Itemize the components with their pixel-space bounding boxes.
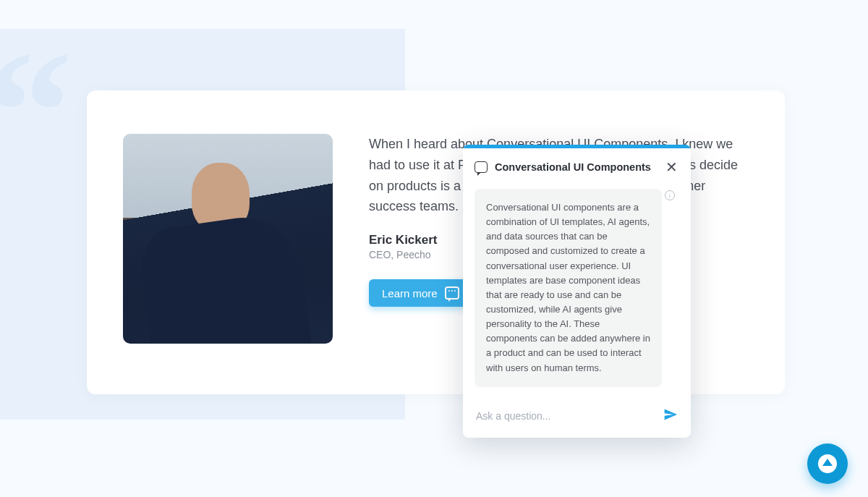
- testimonial-photo: [123, 134, 333, 344]
- assistant-message: Conversational UI components are a combi…: [475, 189, 662, 387]
- popup-input-row: [463, 394, 691, 438]
- chat-icon: [445, 286, 459, 300]
- send-icon[interactable]: [663, 407, 678, 425]
- info-icon[interactable]: i: [665, 190, 675, 200]
- close-icon[interactable]: ✕: [664, 158, 679, 176]
- learn-more-button[interactable]: Learn more: [369, 279, 472, 307]
- popup-header: Conversational UI Components ✕: [463, 148, 691, 183]
- chat-popup: Conversational UI Components ✕ i Convers…: [463, 145, 691, 438]
- chat-icon: [475, 161, 488, 173]
- popup-title: Conversational UI Components: [495, 161, 657, 173]
- chat-fab-button[interactable]: [807, 443, 848, 484]
- quote-mark-decoration: “: [0, 51, 58, 172]
- learn-more-label: Learn more: [382, 287, 438, 300]
- popup-body: i Conversational UI components are a com…: [463, 183, 691, 387]
- chevron-up-icon: [818, 454, 837, 473]
- question-input[interactable]: [476, 410, 656, 422]
